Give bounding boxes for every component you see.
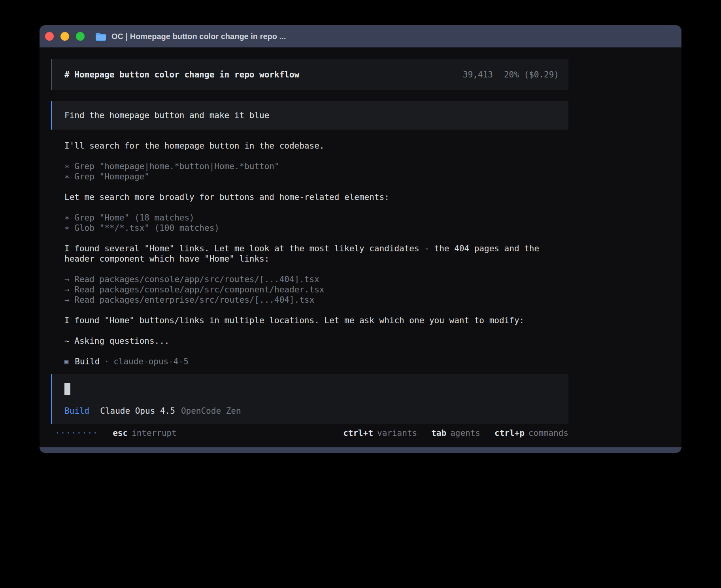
esc-key: esc <box>113 428 128 438</box>
traffic-lights <box>45 32 85 41</box>
context-usage: 20% ($0.29) <box>504 70 559 80</box>
session-content: # Homepage button color change in repo w… <box>51 59 568 439</box>
window-title: OC | Homepage button color change in rep… <box>111 32 286 41</box>
agent-status-row: ▣ Build · claude-opus-4-5 <box>51 356 568 367</box>
spinner-dots: ········ <box>55 428 98 438</box>
terminal-window: OC | Homepage button color change in rep… <box>40 25 681 453</box>
message-line <box>64 151 568 161</box>
message-line: ∗ Grep "Home" (18 matches) <box>64 213 568 223</box>
esc-label: interrupt <box>132 428 177 438</box>
keyboard-shortcut: tabagents <box>431 428 480 438</box>
folder-icon <box>95 32 106 41</box>
agent-name: Build <box>75 356 100 367</box>
message-line <box>64 326 568 336</box>
zoom-button[interactable] <box>76 32 85 41</box>
model-row: Build Claude Opus 4.5 OpenCode Zen <box>64 406 559 416</box>
model-label[interactable]: Claude Opus 4.5 <box>100 406 175 416</box>
conversation: I'll search for the homepage button in t… <box>51 141 568 346</box>
message-line: I found several "Home" links. Let me loo… <box>64 243 568 264</box>
message-line <box>64 264 568 274</box>
message-line: → Read packages/console/app/src/componen… <box>64 285 568 295</box>
session-stats: 39,413 20% ($0.29) <box>463 70 559 80</box>
message-line: I'll search for the homepage button in t… <box>64 141 568 151</box>
token-count: 39,413 <box>463 70 493 80</box>
user-message: Find the homepage button and make it blu… <box>51 101 568 130</box>
agent-separator: · <box>104 356 109 367</box>
mode-label[interactable]: Build <box>64 406 89 416</box>
shortcut-key: tab <box>431 428 446 438</box>
shortcut-key: ctrl+t <box>343 428 373 438</box>
message-line <box>64 182 568 192</box>
status-bar-right: ctrl+tvariantstabagentsctrl+pcommands <box>343 428 568 438</box>
agent-icon: ▣ <box>64 356 68 367</box>
message-line: ~ Asking questions... <box>64 336 568 346</box>
message-line: I found "Home" buttons/links in multiple… <box>64 315 568 326</box>
agent-model: claude-opus-4-5 <box>113 356 189 367</box>
message-line <box>64 233 568 243</box>
status-bar-left: ········ esc interrupt <box>51 428 177 438</box>
message-line <box>64 202 568 213</box>
minimize-button[interactable] <box>60 32 69 41</box>
shortcut-label: variants <box>377 428 417 438</box>
message-line: → Read packages/console/app/src/routes/[… <box>64 274 568 285</box>
user-message-text: Find the homepage button and make it blu… <box>64 111 269 120</box>
terminal-body: # Homepage button color change in repo w… <box>40 47 681 447</box>
prompt-input[interactable]: Build Claude Opus 4.5 OpenCode Zen <box>51 374 568 424</box>
session-title: # Homepage button color change in repo w… <box>64 70 299 80</box>
message-line: ∗ Grep "Homepage" <box>64 172 568 182</box>
titlebar[interactable]: OC | Homepage button color change in rep… <box>40 25 681 47</box>
session-header: # Homepage button color change in repo w… <box>51 59 568 90</box>
message-line: ∗ Grep "homepage|home.*button|Home.*butt… <box>64 161 568 172</box>
provider-label: OpenCode Zen <box>181 406 241 416</box>
close-button[interactable] <box>45 32 54 41</box>
shortcut-key: ctrl+p <box>495 428 525 438</box>
status-bar: ········ esc interrupt ctrl+tvariantstab… <box>51 428 568 439</box>
keyboard-shortcut: ctrl+tvariants <box>343 428 417 438</box>
message-line: → Read packages/enterprise/src/routes/[.… <box>64 295 568 305</box>
text-cursor <box>64 383 70 395</box>
shortcut-label: agents <box>450 428 480 438</box>
message-line: Let me search more broadly for buttons a… <box>64 192 568 202</box>
keyboard-shortcut: ctrl+pcommands <box>495 428 568 438</box>
message-line <box>64 305 568 315</box>
message-line: ∗ Glob "**/*.tsx" (100 matches) <box>64 223 568 233</box>
shortcut-label: commands <box>528 428 568 438</box>
